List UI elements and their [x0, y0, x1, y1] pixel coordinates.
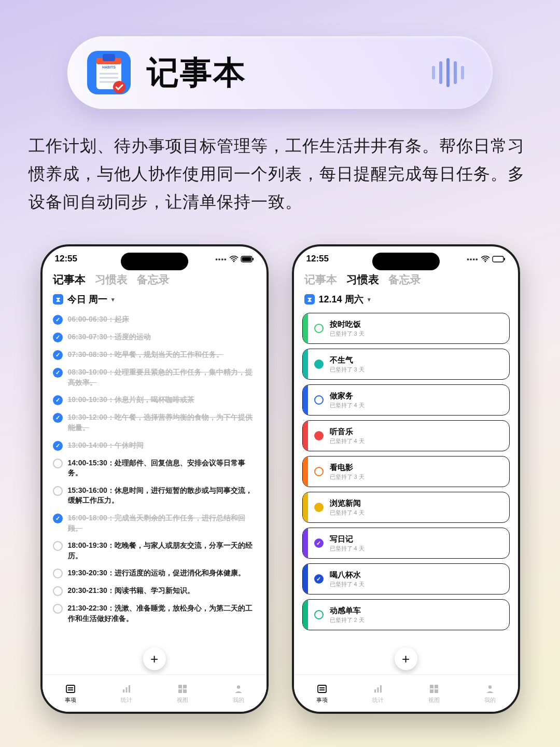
clock: 12:55	[55, 254, 77, 264]
task-row[interactable]: 10:30-12:00：吃午餐，选择营养均衡的食物，为下午提供能量。	[52, 409, 257, 436]
svg-point-23	[236, 685, 240, 688]
tab-memo[interactable]: 备忘录	[137, 272, 170, 287]
svg-point-37	[488, 685, 491, 688]
habit-card[interactable]: 看电影已坚持了 3 天	[302, 456, 510, 487]
task-row[interactable]: 07:30-08:30：吃早餐，规划当天的工作和任务。	[52, 346, 257, 364]
habit-sub: 已坚持了 3 天	[330, 330, 365, 338]
task-checkbox[interactable]	[53, 541, 63, 551]
habit-color-bar	[303, 600, 308, 630]
add-button[interactable]: +	[395, 647, 417, 670]
svg-point-9	[233, 260, 234, 262]
chevron-down-icon: ▾	[368, 296, 371, 303]
task-row[interactable]: 20:30-21:30：阅读书籍、学习新知识。	[52, 582, 257, 600]
status-icons: ••••	[215, 255, 254, 263]
habit-name: 不生气	[330, 355, 365, 365]
task-text: 07:30-08:30：吃早餐，规划当天的工作和任务。	[68, 350, 223, 360]
nav-stats[interactable]: 统计	[121, 683, 132, 704]
svg-rect-16	[123, 689, 124, 693]
habit-card[interactable]: 动感单车已坚持了 2 天	[302, 599, 510, 630]
habit-status-dot	[314, 395, 324, 405]
task-text: 21:30-22:30：洗漱、准备睡觉，放松身心，为第二天的工作和生活做好准备。	[68, 603, 256, 624]
task-row[interactable]: 15:30-16:00：休息时间，进行短暂的散步或与同事交流，缓解工作压力。	[52, 482, 257, 509]
habit-sub: 已坚持了 4 天	[330, 402, 365, 409]
task-checkbox[interactable]	[53, 315, 63, 325]
habit-card[interactable]: 浏览新闻已坚持了 4 天	[302, 492, 510, 523]
task-checkbox[interactable]	[53, 350, 63, 360]
svg-rect-34	[435, 685, 438, 688]
nav-items[interactable]: 事项	[65, 683, 76, 704]
task-row[interactable]: 06:30-07:30：适度的运动	[52, 328, 257, 346]
task-row[interactable]: 14:00-15:30：处理邮件、回复信息、安排会议等日常事务。	[52, 454, 257, 482]
notch	[372, 253, 440, 270]
habit-card[interactable]: ✓喝八杯水已坚持了 4 天	[302, 563, 510, 594]
task-checkbox[interactable]	[53, 441, 63, 451]
habit-color-bar	[303, 421, 308, 451]
task-checkbox[interactable]	[53, 368, 63, 378]
tab-notebook[interactable]: 记事本	[304, 272, 337, 287]
habit-card[interactable]: ✓写日记已坚持了 4 天	[302, 528, 510, 559]
nav-views[interactable]: 视图	[177, 683, 188, 704]
task-text: 19:30-20:30：进行适度的运动，促进消化和身体健康。	[68, 568, 245, 578]
habit-card[interactable]: 不生气已坚持了 3 天	[302, 349, 510, 380]
tab-habits[interactable]: 习惯表	[346, 272, 379, 287]
habit-card[interactable]: 按时吃饭已坚持了 3 天	[302, 313, 510, 344]
habit-status-dot	[314, 610, 324, 619]
task-row[interactable]: 19:30-20:30：进行适度的运动，促进消化和身体健康。	[52, 564, 257, 582]
date-selector[interactable]: ⧗ 今日 周一 ▾	[43, 290, 267, 311]
habit-card[interactable]: 做家务已坚持了 4 天	[302, 384, 510, 416]
hourglass-icon: ⧗	[304, 294, 315, 305]
svg-rect-18	[129, 685, 130, 693]
task-checkbox[interactable]	[53, 486, 63, 496]
task-checkbox[interactable]	[53, 569, 63, 578]
task-row[interactable]: 16:00-18:00：完成当天剩余的工作任务，进行总结和回顾。	[52, 509, 257, 537]
svg-rect-26	[504, 258, 505, 260]
habit-name: 按时吃饭	[330, 320, 365, 329]
habit-color-bar	[303, 313, 308, 343]
habit-status-dot	[314, 467, 324, 476]
svg-rect-19	[178, 685, 182, 688]
habit-card[interactable]: 听音乐已坚持了 4 天	[302, 420, 510, 451]
habit-sub: 已坚持了 3 天	[330, 366, 365, 374]
svg-point-24	[484, 260, 486, 262]
habit-status-dot	[314, 324, 324, 333]
tab-habits[interactable]: 习惯表	[95, 272, 128, 287]
task-row[interactable]: 21:30-22:30：洗漱、准备睡觉，放松身心，为第二天的工作和生活做好准备。	[52, 600, 257, 627]
task-checkbox[interactable]	[53, 413, 63, 423]
phones-row: 12:55 •••• 记事本 习惯表 备忘录 ⧗ 今日 周一 ▾ 06:00-0…	[0, 244, 560, 714]
svg-rect-22	[183, 689, 187, 693]
habit-sub: 已坚持了 2 天	[330, 616, 365, 624]
nav-views[interactable]: 视图	[428, 683, 440, 704]
svg-text:HABITS: HABITS	[102, 65, 116, 69]
task-text: 16:00-18:00：完成当天剩余的工作任务，进行总结和回顾。	[68, 513, 256, 533]
task-checkbox[interactable]	[53, 333, 63, 342]
task-text: 10:00-10:30：休息片刻，喝杯咖啡或茶	[68, 395, 194, 405]
tab-memo[interactable]: 备忘录	[388, 272, 421, 287]
task-checkbox[interactable]	[53, 395, 63, 405]
task-text: 10:30-12:00：吃午餐，选择营养均衡的食物，为下午提供能量。	[68, 412, 256, 433]
add-button[interactable]: +	[143, 647, 166, 670]
task-checkbox[interactable]	[53, 586, 63, 596]
habit-sub: 已坚持了 4 天	[330, 545, 365, 552]
nav-me[interactable]: 我的	[233, 683, 244, 704]
tab-notebook[interactable]: 记事本	[53, 272, 86, 287]
nav-me[interactable]: 我的	[484, 683, 496, 704]
task-checkbox[interactable]	[53, 514, 63, 523]
habit-color-bar	[303, 457, 308, 487]
svg-rect-12	[253, 258, 254, 260]
date-selector[interactable]: ⧗ 12.14 周六 ▾	[294, 290, 518, 311]
notch	[121, 253, 188, 270]
task-checkbox[interactable]	[53, 604, 63, 614]
task-row[interactable]: 18:00-19:30：吃晚餐，与家人或朋友交流，分享一天的经历。	[52, 537, 257, 564]
nav-items[interactable]: 事项	[316, 683, 328, 704]
task-row[interactable]: 13:00-14:00：午休时间	[52, 437, 257, 454]
task-row[interactable]: 08:30-10:00：处理重要且紧急的工作任务，集中精力，提高效率。	[52, 364, 257, 391]
nav-stats[interactable]: 统计	[372, 683, 384, 704]
task-row[interactable]: 10:00-10:30：休息片刻，喝杯咖啡或茶	[52, 391, 257, 409]
habit-status-dot	[314, 359, 324, 369]
habit-color-bar	[303, 349, 308, 379]
task-checkbox[interactable]	[53, 459, 63, 468]
habit-name: 做家务	[330, 391, 365, 401]
habit-status-dot: ✓	[314, 574, 324, 584]
task-text: 15:30-16:00：休息时间，进行短暂的散步或与同事交流，缓解工作压力。	[68, 486, 256, 506]
task-row[interactable]: 06:00-06:30：起床	[52, 311, 257, 328]
